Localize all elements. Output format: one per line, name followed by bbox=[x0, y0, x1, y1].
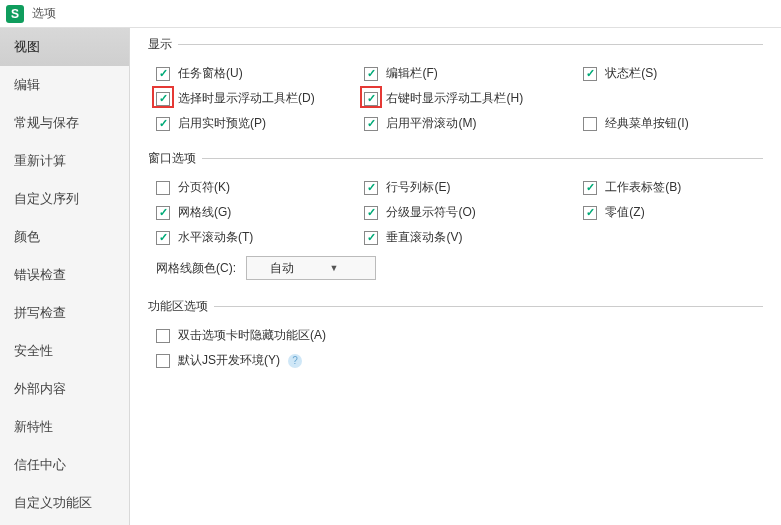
checkbox-gridlines[interactable] bbox=[156, 206, 170, 220]
chevron-down-icon: ▼ bbox=[330, 263, 339, 273]
label-float-sel: 选择时显示浮动工具栏(D) bbox=[178, 90, 315, 107]
section-window-legend: 窗口选项 bbox=[148, 150, 202, 167]
label-status-bar: 状态栏(S) bbox=[605, 65, 657, 82]
checkbox-classic-menu[interactable] bbox=[583, 117, 597, 131]
grid-color-select[interactable]: 自动 ▼ bbox=[246, 256, 376, 280]
sidebar-item-error-check[interactable]: 错误检查 bbox=[0, 256, 129, 294]
label-hscroll: 水平滚动条(T) bbox=[178, 229, 253, 246]
label-default-js: 默认JS开发环境(Y) bbox=[178, 352, 280, 369]
checkbox-zero-values[interactable] bbox=[583, 206, 597, 220]
checkbox-float-sel[interactable] bbox=[156, 92, 170, 106]
sidebar-item-new-features[interactable]: 新特性 bbox=[0, 408, 129, 446]
sidebar-item-general-save[interactable]: 常规与保存 bbox=[0, 104, 129, 142]
sidebar: 视图 编辑 常规与保存 重新计算 自定义序列 颜色 错误检查 拼写检查 安全性 … bbox=[0, 28, 130, 525]
grid-color-label: 网格线颜色(C): bbox=[156, 260, 236, 277]
label-zero-values: 零值(Z) bbox=[605, 204, 644, 221]
checkbox-smooth-scroll[interactable] bbox=[364, 117, 378, 131]
sidebar-item-security[interactable]: 安全性 bbox=[0, 332, 129, 370]
section-display-legend: 显示 bbox=[148, 36, 178, 53]
sidebar-item-trust-center[interactable]: 信任中心 bbox=[0, 446, 129, 484]
sidebar-item-external[interactable]: 外部内容 bbox=[0, 370, 129, 408]
checkbox-default-js[interactable] bbox=[156, 354, 170, 368]
content-panel: 显示 任务窗格(U) 编辑栏(F) 状态栏(S) 选择时显示浮动工具栏(D) bbox=[130, 28, 781, 525]
checkbox-status-bar[interactable] bbox=[583, 67, 597, 81]
sidebar-item-view[interactable]: 视图 bbox=[0, 28, 129, 66]
label-live-preview: 启用实时预览(P) bbox=[178, 115, 266, 132]
label-outline-sym: 分级显示符号(O) bbox=[386, 204, 475, 221]
sidebar-item-custom-ribbon[interactable]: 自定义功能区 bbox=[0, 484, 129, 522]
checkbox-float-right[interactable] bbox=[364, 92, 378, 106]
checkbox-vscroll[interactable] bbox=[364, 231, 378, 245]
section-display: 显示 任务窗格(U) 编辑栏(F) 状态栏(S) 选择时显示浮动工具栏(D) bbox=[148, 36, 763, 140]
label-float-right: 右键时显示浮动工具栏(H) bbox=[386, 90, 523, 107]
label-page-break: 分页符(K) bbox=[178, 179, 230, 196]
sidebar-item-edit[interactable]: 编辑 bbox=[0, 66, 129, 104]
sidebar-item-custom-list[interactable]: 自定义序列 bbox=[0, 180, 129, 218]
label-edit-bar: 编辑栏(F) bbox=[386, 65, 437, 82]
label-task-pane: 任务窗格(U) bbox=[178, 65, 243, 82]
section-ribbon: 功能区选项 双击选项卡时隐藏功能区(A) 默认JS开发环境(Y) ? bbox=[148, 298, 763, 377]
title-bar: S 选项 bbox=[0, 0, 781, 28]
checkbox-row-col-head[interactable] bbox=[364, 181, 378, 195]
section-ribbon-legend: 功能区选项 bbox=[148, 298, 214, 315]
label-row-col-head: 行号列标(E) bbox=[386, 179, 450, 196]
checkbox-hide-on-dbl[interactable] bbox=[156, 329, 170, 343]
label-vscroll: 垂直滚动条(V) bbox=[386, 229, 462, 246]
checkbox-page-break[interactable] bbox=[156, 181, 170, 195]
checkbox-live-preview[interactable] bbox=[156, 117, 170, 131]
label-sheet-tabs: 工作表标签(B) bbox=[605, 179, 681, 196]
label-gridlines: 网格线(G) bbox=[178, 204, 231, 221]
checkbox-outline-sym[interactable] bbox=[364, 206, 378, 220]
main-container: 视图 编辑 常规与保存 重新计算 自定义序列 颜色 错误检查 拼写检查 安全性 … bbox=[0, 28, 781, 525]
label-smooth-scroll: 启用平滑滚动(M) bbox=[386, 115, 476, 132]
checkbox-sheet-tabs[interactable] bbox=[583, 181, 597, 195]
section-window: 窗口选项 分页符(K) 行号列标(E) 工作表标签(B) 网格线(G) 分级显示… bbox=[148, 150, 763, 288]
sidebar-item-recalc[interactable]: 重新计算 bbox=[0, 142, 129, 180]
label-hide-on-dbl: 双击选项卡时隐藏功能区(A) bbox=[178, 327, 326, 344]
help-icon[interactable]: ? bbox=[288, 354, 302, 368]
label-classic-menu: 经典菜单按钮(I) bbox=[605, 115, 688, 132]
window-title: 选项 bbox=[32, 5, 56, 22]
checkbox-hscroll[interactable] bbox=[156, 231, 170, 245]
checkbox-task-pane[interactable] bbox=[156, 67, 170, 81]
grid-color-value: 自动 bbox=[270, 260, 294, 277]
sidebar-item-color[interactable]: 颜色 bbox=[0, 218, 129, 256]
sidebar-item-spell-check[interactable]: 拼写检查 bbox=[0, 294, 129, 332]
app-icon: S bbox=[6, 5, 24, 23]
checkbox-edit-bar[interactable] bbox=[364, 67, 378, 81]
